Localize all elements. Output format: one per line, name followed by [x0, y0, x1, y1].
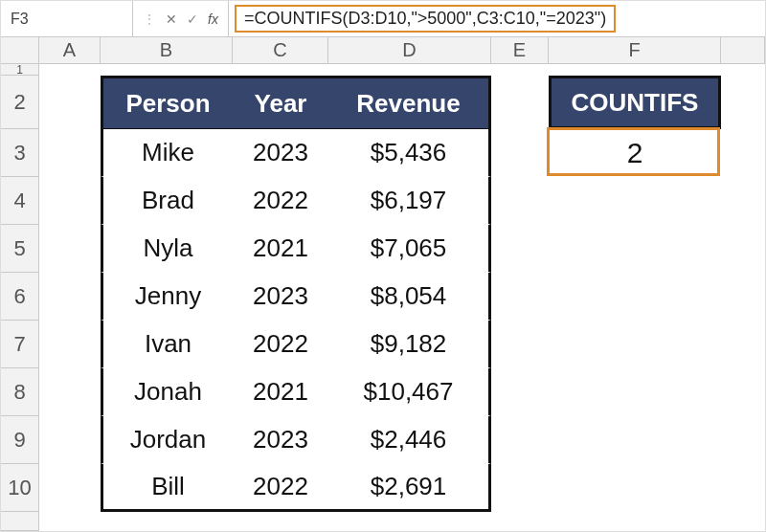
- table-header-person[interactable]: Person: [101, 76, 233, 129]
- cell-D4[interactable]: $6,197: [328, 177, 491, 225]
- cell-C3[interactable]: 2023: [233, 129, 328, 177]
- cell-E7[interactable]: [491, 321, 549, 368]
- cell-D5[interactable]: $7,065: [328, 225, 491, 273]
- cell-F5[interactable]: [549, 225, 721, 273]
- cell-blank: [721, 512, 765, 531]
- row-head-5[interactable]: 5: [1, 225, 39, 273]
- cell-B6[interactable]: Jenny: [101, 273, 233, 321]
- cell-A9[interactable]: [39, 416, 101, 464]
- cell-C6[interactable]: 2023: [233, 273, 328, 321]
- cell-A10[interactable]: [39, 464, 101, 512]
- name-box-wrap: ⌄: [1, 1, 133, 36]
- cell-D1[interactable]: [328, 64, 491, 76]
- cell-C9[interactable]: 2023: [233, 416, 328, 464]
- fx-icon[interactable]: fx: [208, 11, 218, 27]
- row-head-10[interactable]: 10: [1, 464, 39, 512]
- col-head-A[interactable]: A: [39, 37, 101, 64]
- col-head-E[interactable]: E: [491, 37, 549, 64]
- cell-D3[interactable]: $5,436: [328, 129, 491, 177]
- cell-B1[interactable]: [101, 64, 233, 76]
- cell-E8[interactable]: [491, 368, 549, 416]
- row-head-8[interactable]: 8: [1, 368, 39, 416]
- cell-E2[interactable]: [491, 76, 549, 129]
- cell-C4[interactable]: 2022: [233, 177, 328, 225]
- cell-C10[interactable]: 2022: [233, 464, 328, 512]
- cell-F4[interactable]: [549, 177, 721, 225]
- row-head-9[interactable]: 9: [1, 416, 39, 464]
- row-head-1[interactable]: 1: [1, 64, 39, 76]
- cell-C8[interactable]: 2021: [233, 368, 328, 416]
- row-head-blank: [1, 512, 39, 531]
- row-head-3[interactable]: 3: [1, 129, 39, 177]
- cell-E1[interactable]: [491, 64, 549, 76]
- cell-E10[interactable]: [491, 464, 549, 512]
- row-head-2[interactable]: 2: [1, 76, 39, 129]
- cell-G3: [721, 129, 765, 177]
- cell-F10[interactable]: [549, 464, 721, 512]
- cell-blank: [39, 512, 101, 531]
- row-head-7[interactable]: 7: [1, 321, 39, 368]
- cell-A3[interactable]: [39, 129, 101, 177]
- cell-B9[interactable]: Jordan: [101, 416, 233, 464]
- cell-B3[interactable]: Mike: [101, 129, 233, 177]
- cell-F7[interactable]: [549, 321, 721, 368]
- cell-F9[interactable]: [549, 416, 721, 464]
- col-head-D[interactable]: D: [328, 37, 491, 64]
- cell-C5[interactable]: 2021: [233, 225, 328, 273]
- cell-C7[interactable]: 2022: [233, 321, 328, 368]
- cell-G10: [721, 464, 765, 512]
- cell-G1: [721, 64, 765, 76]
- cell-blank: [101, 512, 233, 531]
- cell-E6[interactable]: [491, 273, 549, 321]
- col-head-C[interactable]: C: [233, 37, 328, 64]
- cell-G9: [721, 416, 765, 464]
- cell-D9[interactable]: $2,446: [328, 416, 491, 464]
- cell-G5: [721, 225, 765, 273]
- cell-B10[interactable]: Bill: [101, 464, 233, 512]
- row-head-6[interactable]: 6: [1, 273, 39, 321]
- cell-F3-countifs-result[interactable]: 2: [549, 129, 721, 177]
- cell-A5[interactable]: [39, 225, 101, 273]
- cell-blank: [328, 512, 491, 531]
- cell-D8[interactable]: $10,467: [328, 368, 491, 416]
- cell-B5[interactable]: Nyla: [101, 225, 233, 273]
- cell-C1[interactable]: [233, 64, 328, 76]
- cell-blank: [233, 512, 328, 531]
- formula-input[interactable]: =COUNTIFS(D3:D10,">5000",C3:C10,"=2023"): [235, 5, 616, 33]
- cell-D6[interactable]: $8,054: [328, 273, 491, 321]
- col-head-B[interactable]: B: [101, 37, 233, 64]
- cell-blank: [549, 512, 721, 531]
- cell-G2: [721, 76, 765, 129]
- cell-G6: [721, 273, 765, 321]
- cell-F8[interactable]: [549, 368, 721, 416]
- cell-A7[interactable]: [39, 321, 101, 368]
- confirm-icon[interactable]: ✓: [187, 11, 198, 27]
- cell-A4[interactable]: [39, 177, 101, 225]
- col-head-F[interactable]: F: [549, 37, 721, 64]
- table-header-year[interactable]: Year: [233, 76, 328, 129]
- cell-A1[interactable]: [39, 64, 101, 76]
- cell-E4[interactable]: [491, 177, 549, 225]
- cell-blank: [491, 512, 549, 531]
- spreadsheet-grid[interactable]: A B C D E F 1 2 Person Year Revenue COUN…: [1, 37, 765, 531]
- cell-A6[interactable]: [39, 273, 101, 321]
- cell-A2[interactable]: [39, 76, 101, 129]
- cell-A8[interactable]: [39, 368, 101, 416]
- select-all-corner[interactable]: [1, 37, 39, 64]
- cell-D7[interactable]: $9,182: [328, 321, 491, 368]
- cancel-icon[interactable]: ✕: [166, 11, 177, 27]
- cell-F1[interactable]: [549, 64, 721, 76]
- cell-F6[interactable]: [549, 273, 721, 321]
- countifs-header[interactable]: COUNTIFS: [549, 76, 721, 129]
- table-header-revenue[interactable]: Revenue: [328, 76, 491, 129]
- cell-B7[interactable]: Ivan: [101, 321, 233, 368]
- formula-input-wrap: =COUNTIFS(D3:D10,">5000",C3:C10,"=2023"): [229, 1, 765, 36]
- row-head-4[interactable]: 4: [1, 177, 39, 225]
- cell-D10[interactable]: $2,691: [328, 464, 491, 512]
- cell-E5[interactable]: [491, 225, 549, 273]
- cell-B4[interactable]: Brad: [101, 177, 233, 225]
- cell-E3[interactable]: [491, 129, 549, 177]
- cell-E9[interactable]: [491, 416, 549, 464]
- formula-bar: ⌄ ⋮ ✕ ✓ fx =COUNTIFS(D3:D10,">5000",C3:C…: [1, 1, 765, 37]
- cell-B8[interactable]: Jonah: [101, 368, 233, 416]
